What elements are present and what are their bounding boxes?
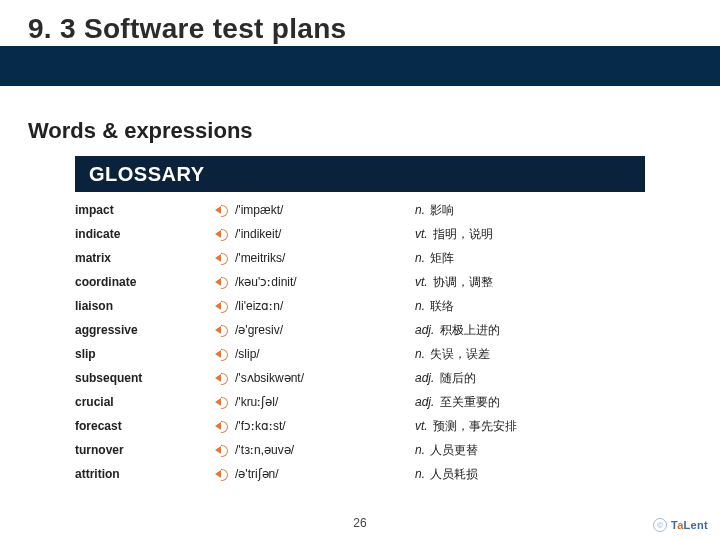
title-bar-bg [0, 46, 720, 86]
ipa-text: /slip/ [235, 342, 260, 366]
glossary-heading: GLOSSARY [75, 156, 645, 192]
term-cell: forecast [75, 414, 215, 438]
definition-text: 随后的 [440, 371, 476, 385]
table-row: turnover/'tɜːn,əuvə/n. 人员更替 [75, 438, 645, 462]
pos-label: adj. [415, 395, 434, 409]
definition-text: 影响 [430, 203, 454, 217]
definition-cell: vt. 协调，调整 [415, 270, 645, 294]
definition-cell: vt. 指明，说明 [415, 222, 645, 246]
ipa-text: /ə'triʃən/ [235, 462, 279, 486]
definition-cell: adj. 积极上进的 [415, 318, 645, 342]
term-cell: coordinate [75, 270, 215, 294]
page-number: 26 [0, 516, 720, 530]
ipa-text: /'fɔːkɑːst/ [235, 414, 286, 438]
table-row: attrition/ə'triʃən/n. 人员耗损 [75, 462, 645, 486]
brand-lent: Lent [684, 519, 708, 531]
ipa-text: /'kruːʃəl/ [235, 390, 278, 414]
speaker-icon [215, 444, 229, 456]
ipa-text: /kəu'ɔːdinit/ [235, 270, 297, 294]
term-cell: slip [75, 342, 215, 366]
pos-label: vt. [415, 419, 428, 433]
term-cell: subsequent [75, 366, 215, 390]
definition-cell: n. 矩阵 [415, 246, 645, 270]
definition-cell: n. 失误，误差 [415, 342, 645, 366]
term-cell: crucial [75, 390, 215, 414]
speaker-icon [215, 468, 229, 480]
definition-text: 联络 [430, 299, 454, 313]
pos-label: vt. [415, 227, 428, 241]
speaker-icon [215, 300, 229, 312]
ipa-cell: /li'eizɑːn/ [215, 294, 415, 318]
ipa-cell: /'tɜːn,əuvə/ [215, 438, 415, 462]
ipa-text: /'sʌbsikwənt/ [235, 366, 304, 390]
definition-text: 失误，误差 [430, 347, 490, 361]
page-subtitle: Words & expressions [28, 118, 253, 144]
brand-logo: TaLent [671, 519, 708, 531]
ipa-cell: /ə'gresiv/ [215, 318, 415, 342]
definition-text: 至关重要的 [440, 395, 500, 409]
table-row: indicate/'indikeit/vt. 指明，说明 [75, 222, 645, 246]
page-title: 9. 3 Software test plans [28, 13, 346, 45]
table-row: matrix/'meitriks/n. 矩阵 [75, 246, 645, 270]
ipa-cell: /ə'triʃən/ [215, 462, 415, 486]
ipa-cell: /slip/ [215, 342, 415, 366]
definition-text: 人员更替 [430, 443, 478, 457]
table-row: subsequent/'sʌbsikwənt/adj. 随后的 [75, 366, 645, 390]
table-row: forecast/'fɔːkɑːst/vt. 预测，事先安排 [75, 414, 645, 438]
term-cell: impact [75, 198, 215, 222]
term-cell: turnover [75, 438, 215, 462]
ipa-text: /'indikeit/ [235, 222, 281, 246]
speaker-icon [215, 420, 229, 432]
term-cell: aggressive [75, 318, 215, 342]
ipa-cell: /kəu'ɔːdinit/ [215, 270, 415, 294]
pos-label: n. [415, 347, 425, 361]
pos-label: n. [415, 443, 425, 457]
definition-cell: adj. 随后的 [415, 366, 645, 390]
pos-label: vt. [415, 275, 428, 289]
pos-label: adj. [415, 371, 434, 385]
ipa-text: /li'eizɑːn/ [235, 294, 283, 318]
speaker-icon [215, 372, 229, 384]
ipa-text: /ə'gresiv/ [235, 318, 283, 342]
pos-label: adj. [415, 323, 434, 337]
table-row: crucial/'kruːʃəl/adj. 至关重要的 [75, 390, 645, 414]
definition-cell: n. 人员更替 [415, 438, 645, 462]
definition-cell: n. 联络 [415, 294, 645, 318]
definition-cell: vt. 预测，事先安排 [415, 414, 645, 438]
speaker-icon [215, 276, 229, 288]
ipa-text: /'impækt/ [235, 198, 283, 222]
definition-text: 积极上进的 [440, 323, 500, 337]
speaker-icon [215, 324, 229, 336]
definition-text: 人员耗损 [430, 467, 478, 481]
ipa-cell: /'meitriks/ [215, 246, 415, 270]
definition-text: 预测，事先安排 [433, 419, 517, 433]
pos-label: n. [415, 203, 425, 217]
ipa-cell: /'kruːʃəl/ [215, 390, 415, 414]
speaker-icon [215, 204, 229, 216]
speaker-icon [215, 396, 229, 408]
pos-label: n. [415, 467, 425, 481]
definition-cell: n. 影响 [415, 198, 645, 222]
definition-text: 指明，说明 [433, 227, 493, 241]
term-cell: attrition [75, 462, 215, 486]
ipa-cell: /'sʌbsikwənt/ [215, 366, 415, 390]
speaker-icon [215, 348, 229, 360]
pos-label: n. [415, 299, 425, 313]
term-cell: matrix [75, 246, 215, 270]
ipa-cell: /'indikeit/ [215, 222, 415, 246]
table-row: impact/'impækt/n. 影响 [75, 198, 645, 222]
table-row: coordinate/kəu'ɔːdinit/vt. 协调，调整 [75, 270, 645, 294]
speaker-icon [215, 252, 229, 264]
term-cell: indicate [75, 222, 215, 246]
table-row: liaison/li'eizɑːn/n. 联络 [75, 294, 645, 318]
ipa-text: /'meitriks/ [235, 246, 285, 270]
term-cell: liaison [75, 294, 215, 318]
definition-cell: n. 人员耗损 [415, 462, 645, 486]
definition-text: 协调，调整 [433, 275, 493, 289]
table-row: aggressive/ə'gresiv/adj. 积极上进的 [75, 318, 645, 342]
speaker-icon [215, 228, 229, 240]
pos-label: n. [415, 251, 425, 265]
ipa-cell: /'impækt/ [215, 198, 415, 222]
ipa-text: /'tɜːn,əuvə/ [235, 438, 294, 462]
brand-footer: TaLent [653, 518, 708, 532]
